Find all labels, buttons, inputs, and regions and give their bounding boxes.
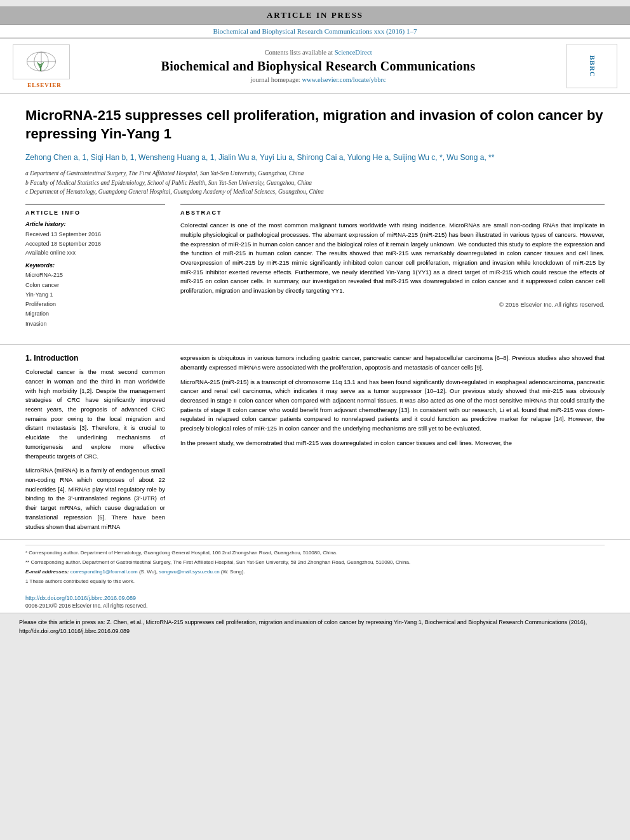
intro-right-para1: expression is ubiquitous in various tumo… (180, 354, 605, 372)
footnote-star2: ** Corresponding author. Department of G… (25, 559, 605, 566)
contents-line: Contents lists available at ScienceDirec… (76, 49, 560, 56)
doi-line: http://dx.doi.org/10.1016/j.bbrc.2016.09… (0, 592, 630, 603)
abstract-header: ABSTRACT (180, 210, 605, 216)
keyword-2: Colon cancer (25, 281, 165, 290)
abstract-text: Colorectal cancer is one of the most com… (180, 221, 605, 296)
keywords-label: Keywords: (25, 262, 165, 269)
intro-left-column: 1. Introduction Colorectal cancer is the… (25, 354, 165, 537)
journal-homepage-line: journal homepage: www.elsevier.com/locat… (76, 76, 560, 83)
footnote-emails: E-mail addresses: corresponding1@foxmail… (25, 568, 605, 576)
elsevier-logo-box (13, 44, 70, 79)
authors-text: Zehong Chen a, 1, Siqi Han b, 1, Wenshen… (25, 153, 494, 162)
info-abstract-section: ARTICLE INFO Article history: Received 1… (25, 204, 605, 329)
homepage-url-text[interactable]: www.elsevier.com/locate/ybbrc (302, 76, 385, 83)
section-divider (0, 344, 630, 345)
available-date: Available online xxx (25, 248, 165, 257)
footnote-star2-text: ** Corresponding author. Department of G… (25, 559, 410, 565)
elsevier-logo: ELSEVIER (13, 44, 76, 88)
article-history-label: Article history: (25, 221, 165, 227)
issn-line: 0006-291X/© 2016 Elsevier Inc. All right… (0, 603, 630, 613)
intro-right-para3: In the present study, we demonstrated th… (180, 439, 605, 448)
footnote-star1: * Corresponding author. Department of He… (25, 549, 605, 557)
accepted-date: Accepted 18 September 2016 (25, 239, 165, 248)
keyword-3: Yin-Yang 1 (25, 290, 165, 300)
article-info-column: ARTICLE INFO Article history: Received 1… (25, 204, 165, 329)
page: ARTICLE IN PRESS Biochemical and Biophys… (0, 6, 630, 641)
article-info-dates: Received 13 September 2016 Accepted 18 S… (25, 230, 165, 257)
intro-left-para2: MicroRNA (miRNA) is a family of endogeno… (25, 466, 165, 531)
keyword-5: Migration (25, 309, 165, 319)
affiliation-a: a Department of Gastrointestinal Surgery… (25, 169, 605, 178)
intro-right-column: expression is ubiquitous in various tumo… (180, 354, 605, 537)
citation-bar: Please cite this article in press as: Z.… (0, 613, 630, 641)
keyword-1: MicroRNA-215 (25, 270, 165, 280)
journal-link-line: Biochemical and Biophysical Research Com… (0, 25, 630, 37)
bbrc-box: BBRC (566, 44, 617, 88)
journal-header: ELSEVIER Contents lists available at Sci… (0, 37, 630, 94)
article-in-press-banner: ARTICLE IN PRESS (0, 6, 630, 25)
copyright-line: © 2016 Elsevier Inc. All rights reserved… (180, 301, 605, 308)
affiliation-b: b Faculty of Medical Statistics and Epid… (25, 178, 605, 187)
authors: Zehong Chen a, 1, Siqi Han b, 1, Wenshen… (25, 152, 605, 164)
main-content: MicroRNA-215 suppresses cell proliferati… (0, 94, 630, 335)
keyword-6: Invasion (25, 319, 165, 329)
keyword-4: Proliferation (25, 300, 165, 309)
journal-name: Biochemical and Biophysical Research Com… (76, 58, 560, 74)
journal-title-center: Contents lists available at ScienceDirec… (76, 49, 560, 83)
intro-left-para1: Colorectal cancer is the most second com… (25, 368, 165, 461)
article-title: MicroRNA-215 suppresses cell proliferati… (25, 107, 605, 143)
introduction-title: 1. Introduction (25, 354, 165, 363)
footnote-equal: 1 These authors contributed equally to t… (25, 578, 605, 585)
abstract-column: ABSTRACT Colorectal cancer is one of the… (180, 204, 605, 329)
intro-right-para2: MicroRNA-215 (miR-215) is a transcript o… (180, 378, 605, 434)
banner-text: ARTICLE IN PRESS (267, 10, 363, 20)
footnote-star1-text: * Corresponding author. Department of He… (25, 550, 337, 556)
citation-text: Please cite this article in press as: Z.… (19, 619, 587, 634)
article-info-header: ARTICLE INFO (25, 210, 165, 216)
keywords-list: MicroRNA-215 Colon cancer Yin-Yang 1 Pro… (25, 270, 165, 329)
sciencedirect-link[interactable]: ScienceDirect (335, 49, 372, 56)
affiliation-c: c Department of Hematology, Guangdong Ge… (25, 187, 605, 196)
elsevier-label: ELSEVIER (13, 82, 76, 88)
bbrc-logo: BBRC (560, 44, 617, 88)
doi-link[interactable]: http://dx.doi.org/10.1016/j.bbrc.2016.09… (25, 595, 136, 601)
introduction-section: 1. Introduction Colorectal cancer is the… (0, 354, 630, 537)
footnotes-area: * Corresponding author. Department of He… (0, 539, 630, 592)
received-date: Received 13 September 2016 (25, 230, 165, 239)
affiliations: a Department of Gastrointestinal Surgery… (25, 169, 605, 196)
elsevier-globe-icon (22, 49, 60, 74)
journal-link-text: Biochemical and Biophysical Research Com… (213, 27, 417, 35)
